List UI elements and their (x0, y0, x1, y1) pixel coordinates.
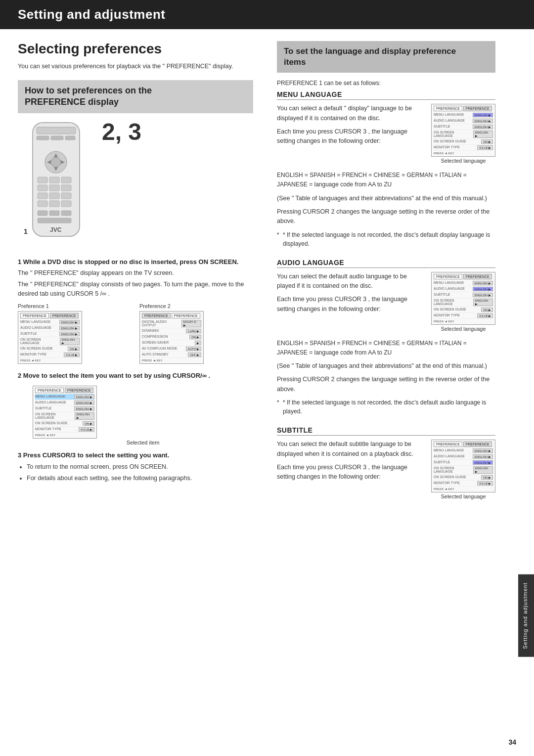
pref2-screen: PREFERENCE PREFERENCE DIGITAL AUDIO OUTP… (139, 311, 204, 364)
svg-rect-11 (38, 177, 47, 183)
audio-lang-body1: You can select the default audio languag… (277, 272, 425, 291)
svg-rect-22 (61, 201, 71, 207)
menu-lang-note1: (See " Table of languages and their abbr… (277, 194, 495, 203)
audio-language-img: PREFERENCE PREFERENCE MENU LANGUAGE ENGL… (431, 272, 495, 332)
pref1-tab2: PREFERENCE (50, 313, 79, 318)
svg-rect-4 (65, 136, 75, 140)
pref2-footer: PRESS ◄ KEY (142, 359, 201, 362)
sel-tab2: PREFERENCE (65, 388, 93, 393)
svg-rect-17 (38, 193, 47, 199)
pref1-row-6: MONITOR TYPE 4:3 LB ▶ (20, 352, 80, 358)
audio-lang-note1: (See " Table of languages and their abbr… (277, 361, 495, 371)
selected-caption: Selected item (33, 440, 253, 445)
audio-language-section: AUDIO LANGUAGE You can select the defaul… (277, 259, 495, 416)
sub-tabs: PREFERENCE PREFERENCE (434, 442, 493, 447)
al-row-4: ON SCREEN LANGUAGE ENGLISH ▶ (434, 298, 493, 307)
step-3: 3 Press CURSOR/3 to select the setting y… (18, 450, 253, 484)
subtitle-body2: Each time you press CURSOR 3 , the langu… (277, 463, 425, 482)
subtitle-heading: SUBTITLE (277, 426, 495, 436)
subtitle-img: PREFERENCE PREFERENCE MENU LANGUAGE ENGL… (431, 440, 495, 499)
pref1-screen: PREFERENCE PREFERENCE MENU LANGUAGE ENGL… (18, 311, 82, 364)
svg-rect-16 (61, 185, 71, 191)
sub-row-5: ON SCREEN GUIDE ON ▶ (434, 475, 493, 481)
menu-lang-body3: Pressing CURSOR 2 changes the language s… (277, 207, 495, 226)
menu-language-text: You can select a default " display" lang… (277, 104, 425, 164)
svg-rect-13 (61, 177, 71, 183)
menu-lang-screen: PREFERENCE PREFERENCE MENU LANGUAGE ENGL… (431, 104, 495, 157)
subtitle-section: SUBTITLE You can select the default subt… (277, 426, 495, 499)
pref2-row-5: AV COMPLIUM MODE AUTO ▶ (142, 346, 201, 352)
pref2-row-6: AUTO STANDBY OFF ▶ (142, 352, 201, 358)
svg-rect-1 (37, 127, 76, 134)
ml-footer: PRESS ◄ KEY (434, 152, 493, 155)
ml-tabs: PREFERENCE PREFERENCE (434, 106, 493, 111)
menu-language-block: You can select a default " display" lang… (277, 104, 495, 164)
svg-text:1: 1 (24, 227, 28, 235)
ml-tab2: PREFERENCE (463, 106, 492, 111)
step-3-header: 3 Press CURSOR/3 to select the setting y… (18, 450, 253, 460)
header-banner: Setting and adjustment (0, 0, 534, 29)
pref2-tabs: PREFERENCE PREFERENCE (142, 313, 201, 318)
menu-lang-sequence: ENGLISH = SPANISH = FRENCH = CHINESE = G… (277, 171, 495, 189)
svg-rect-12 (49, 177, 59, 183)
al-row-5: ON SCREEN GUIDE ON ▶ (434, 307, 493, 313)
al-footer: PRESS ◄ KEY (434, 320, 493, 323)
al-row-2: AUDIO LANGUAGE ENGLISH ▶ (434, 286, 493, 292)
svg-text:JVC: JVC (50, 226, 62, 233)
ml-tab1: PREFERENCE (434, 106, 462, 111)
sub-footer: PRESS ◄ KEY (434, 488, 493, 490)
sel-row-4: ON SCREEN LANGUAGE ENGLISH ▶ (35, 412, 94, 421)
svg-rect-23 (38, 211, 47, 216)
right-pref-label: PREFERENCE 1 can be set as follows: (277, 80, 495, 87)
pref2-row-3: COMPRESSION ON ▶ (142, 334, 201, 340)
pref2-row-2: DOWNMIX Lo/Ro ▶ (142, 328, 201, 334)
sub-tab1: PREFERENCE (434, 442, 462, 447)
intro-text: You can set various preferences for play… (18, 62, 253, 71)
al-tab2: PREFERENCE (463, 274, 492, 279)
sub-row-6: MONITOR TYPE 4:3 LB ▶ (434, 481, 493, 487)
remote-control-image: JVC 1 (18, 120, 97, 250)
ml-row-4: ON SCREEN LANGUAGE ENGLISH ▶ (434, 130, 493, 139)
ml-row-6: MONITOR TYPE 4:3 LB ▶ (434, 145, 493, 151)
left-column: Selecting preferences You can set variou… (0, 29, 267, 518)
step-1-body1: The " PREFERENCE" display appears on the… (18, 268, 253, 278)
svg-rect-3 (51, 136, 63, 140)
menu-language-section: MENU LANGUAGE You can select a default "… (277, 90, 495, 248)
sub-tab2: PREFERENCE (463, 442, 492, 447)
svg-rect-20 (38, 201, 47, 207)
sub-row-2: AUDIO LANGUAGE ENGLISH ▶ (434, 454, 493, 460)
sub-caption: Selected language (441, 493, 486, 499)
header-title: Setting and adjustment (18, 7, 165, 22)
main-content: Selecting preferences You can set variou… (0, 29, 534, 518)
menu-language-heading: MENU LANGUAGE (277, 90, 495, 100)
pref2-tab1: PREFERENCE (142, 313, 171, 318)
bullet-2: For details about each setting, see the … (27, 473, 253, 483)
audio-language-text: You can select the default audio languag… (277, 272, 425, 332)
pref1-row-4: ON SCREEN LANGUAGE ENGLISH ▶ (20, 337, 80, 346)
subsection-box: How to set preferences on the PREFERENCE… (18, 80, 253, 113)
step-1-body2: The " PREFERENCE" display consists of tw… (18, 280, 253, 299)
page-title: Selecting preferences (18, 41, 253, 57)
al-tab1: PREFERENCE (434, 274, 462, 279)
menu-language-img: PREFERENCE PREFERENCE MENU LANGUAGE ENGL… (431, 104, 495, 164)
step-3-bullets: To return to the normal screen, press ON… (18, 462, 253, 483)
ml-row-1: MENU LANGUAGE ENGLISH ▶ (434, 112, 493, 118)
al-row-1: MENU LANGUAGE ENGLISH ▶ (434, 280, 493, 286)
sel-row-3: SUBTITLE ENGLISH ▶ (35, 406, 94, 412)
sel-row-2: AUDIO LANGUAGE ENGLISH ▶ (35, 400, 94, 406)
svg-rect-14 (38, 185, 47, 191)
page-number: 34 (508, 738, 516, 746)
subtitle-body1: You can select the default subtitle lang… (277, 440, 425, 459)
preference-1-display: Preference 1 PREFERENCE PREFERENCE MENU … (18, 303, 132, 364)
preference-displays: Preference 1 PREFERENCE PREFERENCE MENU … (18, 303, 253, 364)
pref1-row-3: SUBTITLE ENGLISH ▶ (20, 331, 80, 337)
step-1-header: 1 While a DVD disc is stopped or no disc… (18, 257, 253, 267)
audio-lang-body3: Pressing CURSOR 2 changes the language s… (277, 375, 495, 394)
svg-rect-26 (38, 218, 71, 223)
sub-row-1: MENU LANGUAGE ENGLISH ▶ (434, 448, 493, 454)
ml-caption: Selected language (441, 158, 486, 164)
selected-tabs: PREFERENCE PREFERENCE (35, 388, 94, 393)
audio-lang-screen: PREFERENCE PREFERENCE MENU LANGUAGE ENGL… (431, 272, 495, 325)
audio-lang-sequence: ENGLISH = SPANISH = FRENCH = CHINESE = G… (277, 339, 495, 357)
subtitle-screen: PREFERENCE PREFERENCE MENU LANGUAGE ENGL… (431, 440, 495, 492)
